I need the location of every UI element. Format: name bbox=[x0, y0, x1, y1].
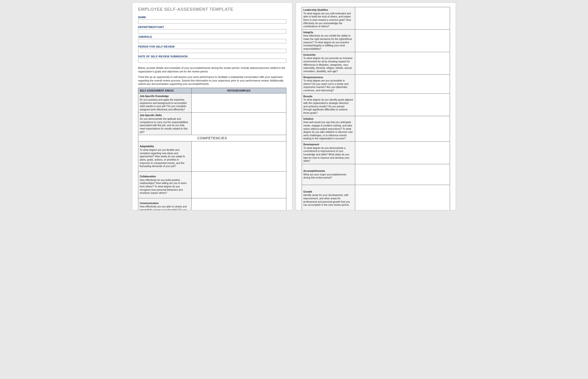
notes-cell[interactable] bbox=[191, 142, 286, 171]
assessment-area-cell: DevelopmentTo what degree do you demonst… bbox=[302, 142, 355, 164]
row-description: To what degree do you promote an inclusi… bbox=[303, 57, 352, 73]
header-areas: SELF-ASSESSMENT AREAS bbox=[138, 88, 192, 94]
submission-date-input[interactable] bbox=[138, 59, 286, 63]
assessment-area-cell: ResultsTo what degree do you identify go… bbox=[302, 94, 355, 116]
department-label: DEPARTMENT/UNIT bbox=[138, 26, 286, 29]
row-description: Do you demonstrate the aptitude and comp… bbox=[140, 117, 188, 133]
row-description: To what degree are you self-motivated an… bbox=[303, 12, 351, 28]
table-row: ResultsTo what degree do you identify go… bbox=[302, 94, 450, 116]
notes-cell[interactable] bbox=[191, 198, 286, 210]
row-title: Collaboration bbox=[140, 175, 190, 178]
assessment-area-cell: Job-Specific SkillsDo you demonstrate th… bbox=[138, 112, 192, 135]
submission-date-field-group: DATE OF SELF-REVIEW SUBMISSION bbox=[138, 55, 286, 63]
row-description: How effectively do you build positive re… bbox=[140, 178, 186, 194]
table-row: IntegrityHow effectively do you exhibit … bbox=[302, 29, 450, 52]
table-row: Job-Specific KnowledgeDo you possess and… bbox=[138, 94, 286, 112]
department-input[interactable] bbox=[138, 29, 286, 33]
period-field-group: PERIOD FOR SELF-REVIEW bbox=[138, 45, 286, 53]
job-input[interactable] bbox=[138, 39, 286, 43]
notes-cell[interactable] bbox=[355, 29, 450, 52]
row-title: Job-Specific Skills bbox=[140, 114, 190, 117]
table-row: InitiativeHow well would you say that yo… bbox=[302, 116, 450, 142]
period-input[interactable] bbox=[138, 49, 286, 53]
instructions-p2: Treat this as an opportunity to self-ass… bbox=[138, 75, 286, 86]
submission-date-label: DATE OF SELF-REVIEW SUBMISSION bbox=[138, 55, 286, 58]
row-description: Identify areas for your development, sel… bbox=[303, 194, 350, 206]
row-title: Communication bbox=[140, 202, 190, 205]
notes-cell[interactable] bbox=[191, 171, 286, 198]
notes-cell[interactable] bbox=[355, 116, 450, 142]
table-row: AccomplishmentsWhat are your major accom… bbox=[302, 164, 450, 185]
notes-cell[interactable] bbox=[355, 185, 450, 210]
row-description: To what degree do you identify goals ali… bbox=[303, 98, 353, 114]
notes-cell[interactable] bbox=[355, 94, 450, 116]
assessment-area-cell: Leadership QualitiesTo what degree are y… bbox=[302, 7, 355, 30]
assessment-area-cell: AccomplishmentsWhat are your major accom… bbox=[302, 164, 355, 185]
notes-cell[interactable] bbox=[355, 142, 450, 164]
assessment-area-cell: CommunicationHow effectively are you abl… bbox=[138, 198, 192, 210]
row-description: How effectively are you able to clearly … bbox=[140, 205, 187, 210]
table-row: Job-Specific SkillsDo you demonstrate th… bbox=[138, 112, 286, 135]
notes-cell[interactable] bbox=[355, 74, 450, 94]
notes-cell[interactable] bbox=[191, 94, 286, 112]
table-row: GrowthIdentify areas for your developmen… bbox=[302, 185, 450, 210]
instructions-p1: Below, provide details and examples of y… bbox=[138, 66, 286, 73]
department-field-group: DEPARTMENT/UNIT bbox=[138, 26, 286, 33]
row-description: How effectively do you exhibit the abili… bbox=[303, 34, 352, 50]
notes-cell[interactable] bbox=[355, 164, 450, 185]
notes-cell[interactable] bbox=[355, 7, 450, 30]
row-title: Responsiveness bbox=[303, 76, 353, 79]
name-field-group: NAME bbox=[138, 16, 286, 24]
competencies-header: COMPETENCIES bbox=[138, 135, 286, 142]
job-field-group: JOB/ROLE bbox=[138, 35, 286, 43]
table-row: DevelopmentTo what degree do you demonst… bbox=[302, 142, 450, 164]
row-title: Adaptability bbox=[140, 145, 190, 148]
period-label: PERIOD FOR SELF-REVIEW bbox=[138, 45, 286, 48]
table-row: CollaborationHow effectively do you buil… bbox=[138, 171, 286, 198]
name-label: NAME bbox=[138, 16, 286, 19]
assessment-area-cell: AdaptabilityTo what degree are you flexi… bbox=[138, 142, 192, 171]
row-title: Leadership Qualities bbox=[303, 8, 353, 12]
row-title: Job-Specific Knowledge bbox=[140, 95, 190, 98]
assessment-area-cell: GrowthIdentify areas for your developmen… bbox=[302, 185, 355, 210]
notes-cell[interactable] bbox=[191, 112, 286, 135]
assessment-area-cell: CollaborationHow effectively do you buil… bbox=[138, 171, 192, 198]
assessment-area-cell: ResponsivenessTo what degree are you acc… bbox=[302, 74, 355, 94]
assessment-area-cell: Job-Specific KnowledgeDo you possess and… bbox=[138, 94, 192, 112]
row-title: Accomplishments bbox=[303, 169, 353, 173]
row-description: Do you possess and apply the expertise, … bbox=[140, 98, 187, 111]
row-title: Initiative bbox=[303, 117, 353, 121]
table-row: CommunicationHow effectively are you abl… bbox=[138, 198, 286, 210]
name-input[interactable] bbox=[138, 19, 286, 24]
page-title: EMPLOYEE SELF-ASSESSMENT TEMPLATE bbox=[138, 7, 286, 12]
assessment-table-continued: Leadership QualitiesTo what degree are y… bbox=[302, 7, 450, 210]
page-2: Leadership QualitiesTo what degree are y… bbox=[296, 2, 456, 210]
row-title: Integrity bbox=[303, 31, 353, 34]
header-notes: NOTES/EXAMPLES bbox=[191, 88, 286, 94]
row-title: Growth bbox=[303, 190, 353, 194]
row-description: What are your major accomplishments duri… bbox=[303, 173, 346, 179]
assessment-area-cell: IntegrityHow effectively do you exhibit … bbox=[302, 29, 355, 52]
table-row: ResponsivenessTo what degree are you acc… bbox=[302, 74, 450, 94]
notes-cell[interactable] bbox=[355, 52, 450, 74]
page-1: EMPLOYEE SELF-ASSESSMENT TEMPLATE NAME D… bbox=[132, 2, 292, 210]
assessment-table: SELF-ASSESSMENT AREAS NOTES/EXAMPLES Job… bbox=[138, 88, 286, 210]
row-description: How well would you say that you anticipa… bbox=[303, 121, 353, 140]
table-row: AdaptabilityTo what degree are you flexi… bbox=[138, 142, 286, 171]
job-label: JOB/ROLE bbox=[138, 35, 286, 38]
assessment-area-cell: InitiativeHow well would you say that yo… bbox=[302, 116, 355, 142]
row-description: To what degree do you demonstrate a comm… bbox=[303, 146, 350, 162]
table-row: InclusivityTo what degree do you promote… bbox=[302, 52, 450, 74]
assessment-area-cell: InclusivityTo what degree do you promote… bbox=[302, 52, 355, 74]
table-row: Leadership QualitiesTo what degree are y… bbox=[302, 7, 450, 30]
row-title: Results bbox=[303, 95, 353, 98]
row-title: Development bbox=[303, 143, 353, 146]
row-description: To what degree are you accessible to oth… bbox=[303, 79, 349, 92]
row-title: Inclusivity bbox=[303, 53, 353, 57]
row-description: To what degree are you flexible and rece… bbox=[140, 148, 185, 168]
instructions: Below, provide details and examples of y… bbox=[138, 66, 286, 86]
